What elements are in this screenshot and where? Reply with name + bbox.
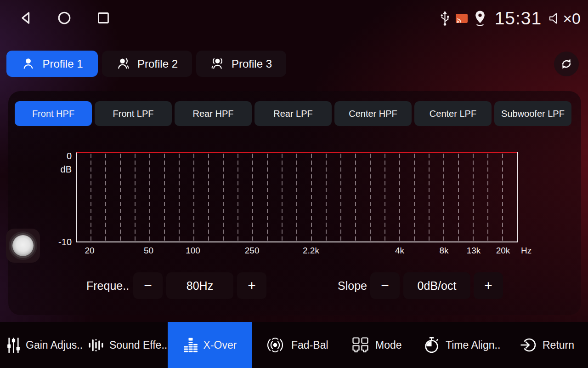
stopwatch-icon <box>423 336 441 354</box>
profile-label: Profile 3 <box>232 58 272 70</box>
tab-rear-lpf[interactable]: Rear LPF <box>254 101 332 126</box>
tab-center-lpf[interactable]: Center LPF <box>414 101 492 126</box>
tab-front-lpf[interactable]: Front LPF <box>95 101 172 126</box>
nav-fad-bal[interactable]: Fad-Bal <box>264 322 328 368</box>
chart-gridline <box>120 154 121 241</box>
tab-center-hpf[interactable]: Center HPF <box>334 101 412 126</box>
chart-gridline <box>267 154 268 241</box>
refresh-icon <box>560 57 573 71</box>
chart-gridline <box>149 154 150 241</box>
tab-label: Front HPF <box>32 109 74 119</box>
profile-label: Profile 2 <box>137 58 178 70</box>
x-tick-label: 250 <box>245 246 260 256</box>
frequency-label: Freque.. <box>86 272 129 299</box>
chart-gridline <box>237 154 238 241</box>
frequency-plus-button[interactable]: + <box>237 272 266 299</box>
chart-gridline <box>208 154 209 241</box>
chart-gridline <box>370 154 371 241</box>
slope-label: Slope <box>338 272 367 299</box>
person-icon <box>21 57 35 71</box>
nav-x-over[interactable]: X-Over <box>168 322 252 368</box>
x-tick-label: 2.2k <box>303 246 319 256</box>
head-unit-screen: 15:31 ×0 Profile 1 Profile 2 <box>0 0 588 368</box>
recents-square-icon <box>97 12 110 24</box>
status-bar: 15:31 ×0 <box>0 0 588 37</box>
nav-label: Sound Effe.. <box>109 339 167 351</box>
x-tick-label: 100 <box>186 246 200 256</box>
nav-sound-effect[interactable]: Sound Effe.. <box>88 322 167 368</box>
x-tick-label: 20 <box>85 246 94 256</box>
tab-label: Center LPF <box>430 109 476 119</box>
nav-gain-adjust[interactable]: Gain Adjus.. <box>6 322 83 368</box>
chart-gridline <box>429 154 430 241</box>
speaker-muted-icon <box>548 12 562 25</box>
chart-gridline <box>193 154 194 241</box>
nav-label: Return <box>543 339 574 351</box>
chart-gridline <box>384 154 385 241</box>
nav-label: Mode <box>375 339 402 351</box>
frequency-value: 80Hz <box>166 272 233 299</box>
nav-mode[interactable]: Mode <box>352 322 402 368</box>
volume-level: ×0 <box>563 10 581 28</box>
android-home-button[interactable] <box>57 10 72 26</box>
profile-1-button[interactable]: Profile 1 <box>6 51 98 77</box>
nav-label: X-Over <box>204 339 237 351</box>
tab-label: Rear HPF <box>193 109 234 119</box>
chart-gridline <box>399 154 400 241</box>
chart-gridline <box>458 154 459 241</box>
location-icon <box>473 10 487 27</box>
nav-label: Fad-Bal <box>291 339 328 351</box>
chart-gridline <box>296 154 297 241</box>
status-indicators: 15:31 ×0 <box>439 6 581 30</box>
x-axis-unit: Hz <box>521 246 531 256</box>
person-waves-icon <box>210 57 225 71</box>
profile-label: Profile 1 <box>42 58 83 70</box>
chart-gridline <box>105 154 106 241</box>
nav-label: Time Align.. <box>446 339 500 351</box>
minus-icon: − <box>381 278 389 293</box>
plus-icon: + <box>248 278 256 293</box>
y-axis-max-label: 0 <box>51 151 72 161</box>
x-tick-label: 20k <box>496 246 510 256</box>
tab-label: Subwoofer LPF <box>501 109 565 119</box>
sound-effect-bars-icon <box>88 337 104 353</box>
crossover-response-chart[interactable] <box>76 152 518 242</box>
frequency-minus-button[interactable]: − <box>133 272 163 299</box>
chart-gridline <box>487 154 488 241</box>
chart-gridline <box>179 154 180 241</box>
android-recents-button[interactable] <box>96 10 111 26</box>
chart-gridline <box>90 154 91 241</box>
nav-return[interactable]: Return <box>520 322 574 368</box>
slope-value: 0dB/oct <box>403 272 470 299</box>
fader-balance-icon <box>264 336 286 354</box>
profile-3-button[interactable]: Profile 3 <box>196 51 286 77</box>
x-tick-label: 4k <box>395 246 404 256</box>
volume-status: ×0 <box>548 10 581 28</box>
nav-label: Gain Adjus.. <box>26 339 83 351</box>
chart-gridline <box>326 154 327 241</box>
plus-icon: + <box>484 278 492 293</box>
android-back-button[interactable] <box>18 10 34 26</box>
reset-button[interactable] <box>554 52 579 76</box>
mode-grid-icon <box>352 337 370 353</box>
chart-gridline <box>223 154 224 241</box>
slope-minus-button[interactable]: − <box>370 272 400 299</box>
profile-2-button[interactable]: Profile 2 <box>102 51 192 77</box>
bottom-nav-bar: Gain Adjus.. Sound Effe.. <box>0 322 588 368</box>
tab-rear-hpf[interactable]: Rear HPF <box>175 101 252 126</box>
tab-label: Center HPF <box>349 109 397 119</box>
volume-knob-shortcut[interactable] <box>6 229 40 263</box>
tab-front-hpf[interactable]: Front HPF <box>15 101 92 126</box>
x-tick-label: 8k <box>439 246 448 256</box>
back-icon <box>19 11 33 25</box>
tab-label: Front LPF <box>113 109 154 119</box>
equalizer-dashes-icon <box>183 337 198 353</box>
knob-icon <box>12 235 34 256</box>
slope-plus-button[interactable]: + <box>474 272 503 299</box>
tab-label: Rear LPF <box>273 109 313 119</box>
chart-gridline <box>164 154 165 241</box>
chart-gridline <box>502 154 503 241</box>
tab-subwoofer-lpf[interactable]: Subwoofer LPF <box>494 101 571 126</box>
chart-gridline <box>252 154 253 241</box>
nav-time-alignment[interactable]: Time Align.. <box>423 322 500 368</box>
